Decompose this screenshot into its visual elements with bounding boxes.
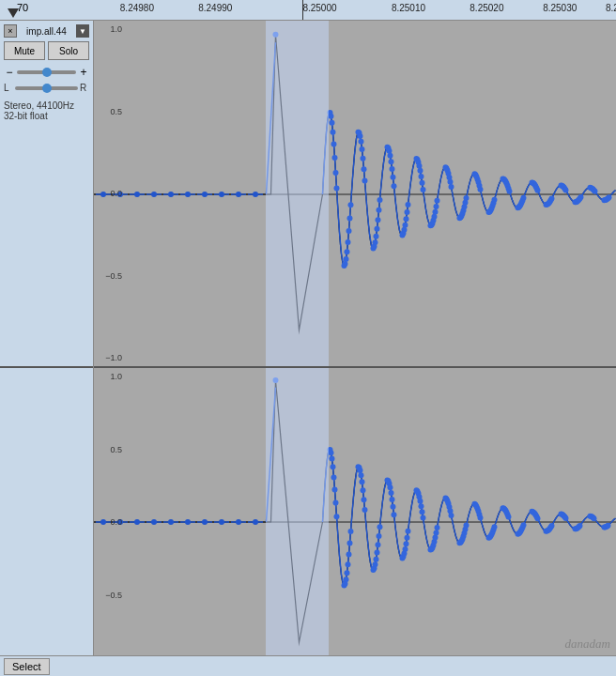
ruler-tick: 8.24980	[120, 3, 154, 13]
ruler-tick: 8.25020	[470, 3, 503, 13]
waveform-panel-bottom[interactable]: 1.0 0.5 0.0 −0.5 −1.0	[94, 368, 616, 676]
solo-button[interactable]: Solo	[48, 41, 89, 60]
ruler-tick: 8.25030	[543, 3, 577, 13]
ruler-bar: 70 8.249808.249908.250008.250108.250208.…	[0, 0, 616, 21]
track-info-line2: 32-bit float	[4, 111, 89, 121]
waveform-area: 1.0 0.5 0.0 −0.5 −1.0 1.0 0.5 0.0 −0.5 −…	[94, 21, 616, 676]
mute-button[interactable]: Mute	[4, 41, 45, 60]
pan-slider[interactable]	[15, 86, 78, 90]
track-info: Stereo, 44100Hz 32-bit float	[4, 100, 89, 121]
waveform-canvas-top	[94, 21, 616, 368]
waveform-panel-top[interactable]: 1.0 0.5 0.0 −0.5 −1.0	[94, 21, 616, 368]
track-header-2	[0, 368, 93, 676]
track-name: imp.all.44	[17, 26, 76, 37]
ruler-ticks: 8.249808.249908.250008.250108.250208.250…	[94, 0, 616, 20]
track-dropdown-button[interactable]: ▼	[76, 24, 89, 38]
left-panel: × imp.all.44 ▼ Mute Solo − + L	[0, 21, 94, 676]
volume-decrease-button[interactable]: −	[4, 66, 15, 79]
track-info-line1: Stereo, 44100Hz	[4, 100, 89, 111]
track-title-bar: × imp.all.44 ▼	[4, 24, 89, 38]
ruler-tick: 8.24990	[198, 3, 232, 13]
pan-thumb[interactable]	[42, 84, 52, 93]
track-mute-solo-buttons: Mute Solo	[4, 41, 89, 60]
track-header-1: × imp.all.44 ▼ Mute Solo − + L	[0, 21, 93, 368]
pan-left-label: L	[4, 83, 13, 93]
ruler-position-label: 70	[17, 2, 28, 13]
playhead-line	[302, 0, 303, 20]
volume-slider[interactable]	[17, 70, 76, 74]
main-container: × imp.all.44 ▼ Mute Solo − + L	[0, 21, 616, 676]
watermark: danadam	[565, 637, 610, 652]
volume-thumb[interactable]	[42, 68, 52, 77]
pan-row: L R	[4, 83, 89, 93]
ruler-tick: 8.25010	[392, 3, 425, 13]
bottom-bar: Select	[0, 655, 616, 676]
select-button[interactable]: Select	[4, 658, 50, 675]
waveform-canvas-bottom	[94, 368, 616, 676]
ruler-tick: 8.25000	[302, 3, 336, 13]
volume-increase-button[interactable]: +	[78, 66, 89, 79]
ruler-tick: 8.25...	[606, 3, 616, 13]
pan-right-label: R	[80, 83, 89, 93]
volume-row: − +	[4, 66, 89, 79]
track-close-button[interactable]: ×	[4, 24, 17, 38]
